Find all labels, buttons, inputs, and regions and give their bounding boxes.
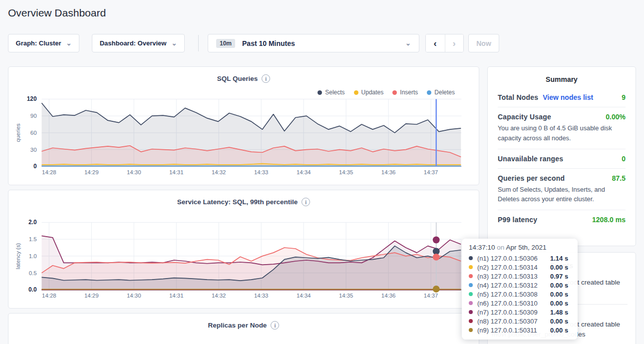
svg-text:14:32: 14:32 (212, 293, 226, 299)
tooltip-node-value: 0.00 s (550, 318, 568, 325)
time-range-selector[interactable]: 10m Past 10 Minutes ⌄ (208, 34, 419, 52)
series-color-dot (469, 310, 473, 314)
svg-text:14:34: 14:34 (297, 169, 311, 175)
tooltip-row: (n3) 127.0.0.1:503130.97 s (469, 272, 572, 281)
overview-dashboard-page: Overview Dashboard Graph: Cluster ⌄ Dash… (0, 0, 644, 344)
tooltip-node-label: (n1) 127.0.0.1:50306 (477, 255, 550, 262)
tooltip-node-label: (n5) 127.0.0.1:50308 (477, 291, 550, 298)
summary-row: Queries per second87.5 (498, 174, 626, 182)
page-title: Overview Dashboard (8, 7, 106, 19)
summary-row: P99 latency1208.0 ms (498, 216, 626, 224)
summary-row: Total NodesView nodes list9 (498, 93, 626, 101)
series-color-dot (469, 274, 473, 278)
svg-text:latency (s): latency (s) (15, 243, 21, 269)
svg-text:14:32: 14:32 (212, 169, 226, 175)
svg-text:14:33: 14:33 (254, 293, 269, 299)
svg-text:14:36: 14:36 (381, 293, 396, 299)
chart-header: Replicas per Node i (8, 321, 479, 330)
summary-item: Total NodesView nodes list9 (498, 88, 626, 107)
svg-text:2.0: 2.0 (28, 219, 37, 226)
summary-value: 0 (622, 155, 626, 163)
summary-item: Unavailable ranges0 (498, 149, 626, 169)
tooltip-node-value: 0.97 s (550, 273, 568, 280)
chart-hover-tooltip: 14:37:10 on Apr 5th, 2021 (n1) 127.0.0.1… (462, 239, 578, 340)
summary-value: 87.5 (612, 174, 626, 182)
svg-text:14:35: 14:35 (339, 293, 353, 299)
summary-item: P99 latency1208.0 ms (498, 210, 626, 229)
sql-queries-chart[interactable]: 14:2814:2914:3014:3114:3214:3314:3414:35… (8, 67, 479, 185)
summary-label: Queries per second (498, 174, 565, 182)
time-range-label: Past 10 Minutes (242, 39, 295, 47)
summary-label: Unavailable ranges (498, 155, 563, 163)
svg-text:14:29: 14:29 (84, 293, 99, 299)
summary-subtext: Sum of Selects, Updates, Inserts, and De… (498, 185, 626, 205)
summary-value: 9 (622, 93, 626, 101)
service-latency-panel: Service Latency: SQL, 99th percentile i … (8, 190, 479, 309)
now-button[interactable]: Now (468, 34, 499, 52)
series-color-dot (469, 265, 473, 269)
svg-text:14:37: 14:37 (424, 169, 438, 175)
tooltip-row: (n5) 127.0.0.1:503080.00 s (469, 290, 572, 299)
tooltip-node-label: (n3) 127.0.0.1:50313 (477, 273, 550, 280)
time-next-button[interactable]: › (445, 34, 464, 52)
svg-text:90: 90 (30, 113, 37, 119)
graph-dropdown-label: Graph: Cluster (16, 39, 61, 47)
series-color-dot (469, 283, 473, 287)
tooltip-node-value: 0.00 s (550, 291, 568, 298)
svg-text:60: 60 (30, 130, 37, 136)
dashboard-dropdown[interactable]: Dashboard: Overview ⌄ (92, 34, 185, 52)
time-prev-button[interactable]: ‹ (426, 34, 445, 52)
svg-text:1.5: 1.5 (29, 236, 37, 242)
tooltip-row: (n2) 127.0.0.1:503140.00 s (469, 263, 572, 272)
svg-text:14:28: 14:28 (42, 293, 56, 299)
svg-text:14:33: 14:33 (254, 169, 269, 175)
time-range-badge: 10m (216, 39, 235, 48)
svg-text:14:34: 14:34 (297, 293, 311, 299)
tooltip-node-label: (n4) 127.0.0.1:50312 (477, 282, 550, 289)
chevron-down-icon: ⌄ (66, 40, 72, 46)
tooltip-node-value: 0.00 s (550, 300, 568, 307)
tooltip-row: (n6) 127.0.0.1:503100.00 s (469, 299, 572, 308)
chevron-down-icon: ⌄ (171, 40, 177, 46)
svg-text:14:35: 14:35 (339, 169, 353, 175)
svg-text:14:30: 14:30 (127, 169, 141, 175)
tooltip-row: (n8) 127.0.0.1:503070.00 s (469, 317, 572, 326)
summary-subtext: You are using 0 B of 4.5 GiB usable disk… (498, 123, 626, 143)
svg-text:0.0: 0.0 (28, 286, 37, 293)
summary-value: 1208.0 ms (592, 216, 626, 224)
summary-item: Capacity Usage0.00%You are using 0 B of … (498, 107, 626, 149)
svg-text:14:37: 14:37 (424, 293, 438, 299)
info-icon[interactable]: i (271, 321, 279, 330)
svg-text:14:29: 14:29 (84, 169, 99, 175)
chevron-right-icon: › (453, 38, 456, 48)
summary-item: Queries per second87.5Sum of Selects, Up… (498, 169, 626, 211)
tooltip-node-label: (n7) 127.0.0.1:50309 (477, 309, 550, 316)
svg-text:0.5: 0.5 (29, 270, 37, 276)
tooltip-node-label: (n6) 127.0.0.1:50310 (477, 300, 550, 307)
svg-text:14:30: 14:30 (127, 293, 141, 299)
series-color-dot (469, 292, 473, 296)
series-color-dot (469, 328, 473, 332)
tooltip-node-value: 1.14 s (550, 255, 568, 262)
summary-value: 0.00% (606, 113, 626, 121)
svg-text:14:31: 14:31 (169, 169, 184, 175)
replicas-per-node-panel: Replicas per Node i (8, 313, 479, 344)
svg-text:14:31: 14:31 (169, 293, 184, 299)
summary-label: Total Nodes (498, 93, 538, 101)
tooltip-node-value: 1.48 s (550, 309, 568, 316)
svg-text:30: 30 (30, 147, 37, 153)
view-nodes-list-link[interactable]: View nodes list (543, 93, 593, 101)
tooltip-node-label: (n9) 127.0.0.1:50311 (477, 327, 550, 334)
tooltip-row: (n9) 127.0.0.1:503110.00 s (469, 326, 572, 335)
dashboard-dropdown-label: Dashboard: Overview (100, 39, 167, 47)
tooltip-node-value: 0.00 s (550, 264, 568, 271)
chevron-left-icon: ‹ (434, 38, 437, 48)
summary-label: Capacity Usage (498, 113, 551, 121)
summary-panel: Summary Total NodesView nodes list9Capac… (487, 66, 636, 246)
tooltip-node-label: (n2) 127.0.0.1:50314 (477, 264, 550, 271)
chevron-down-icon: ⌄ (405, 40, 411, 46)
svg-text:14:28: 14:28 (42, 169, 56, 175)
service-latency-chart[interactable]: 14:2814:2914:3014:3114:3214:3314:3414:35… (8, 190, 479, 308)
summary-label: P99 latency (498, 216, 537, 224)
graph-dropdown[interactable]: Graph: Cluster ⌄ (8, 34, 79, 52)
